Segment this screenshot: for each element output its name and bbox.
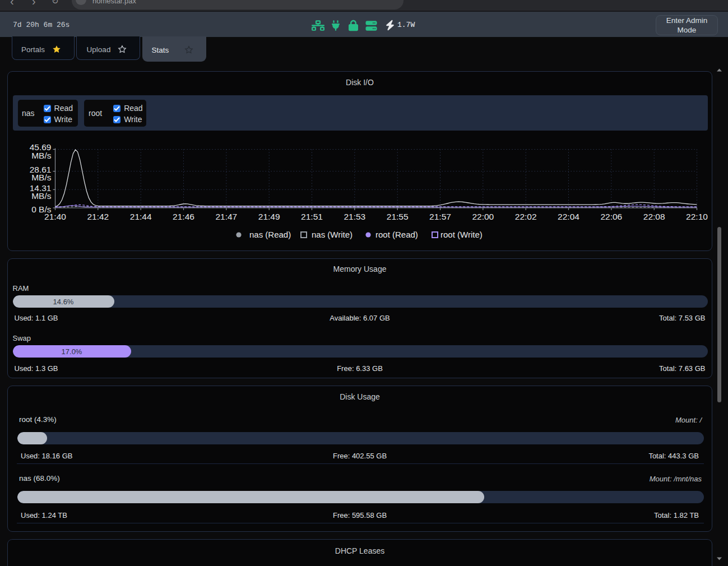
svg-text:22:08: 22:08 [643, 212, 665, 221]
svg-text:22:00: 22:00 [472, 212, 494, 221]
svg-text:21:46: 21:46 [173, 212, 194, 221]
svg-text:21:55: 21:55 [386, 212, 408, 221]
svg-text:root (Write): root (Write) [440, 230, 483, 239]
svg-text:MB/s: MB/s [31, 191, 52, 201]
svg-text:MB/s: MB/s [31, 173, 52, 182]
svg-text:21:44: 21:44 [129, 212, 151, 221]
svg-text:nas (Write): nas (Write) [312, 230, 353, 239]
svg-text:21:49: 21:49 [258, 212, 280, 221]
svg-text:21:53: 21:53 [344, 212, 365, 221]
svg-text:21:57: 21:57 [429, 212, 451, 221]
svg-text:21:47: 21:47 [215, 212, 237, 221]
svg-text:21:51: 21:51 [301, 212, 323, 221]
svg-text:22:06: 22:06 [600, 212, 622, 221]
svg-text:root (Read): root (Read) [375, 230, 418, 239]
svg-text:nas (Read): nas (Read) [249, 230, 291, 239]
svg-text:22:02: 22:02 [514, 212, 536, 221]
svg-text:MB/s: MB/s [31, 151, 52, 160]
svg-text:21:40: 21:40 [44, 212, 66, 221]
svg-text:22:04: 22:04 [558, 212, 579, 221]
svg-text:22:10: 22:10 [686, 212, 708, 221]
svg-text:21:42: 21:42 [87, 212, 109, 221]
